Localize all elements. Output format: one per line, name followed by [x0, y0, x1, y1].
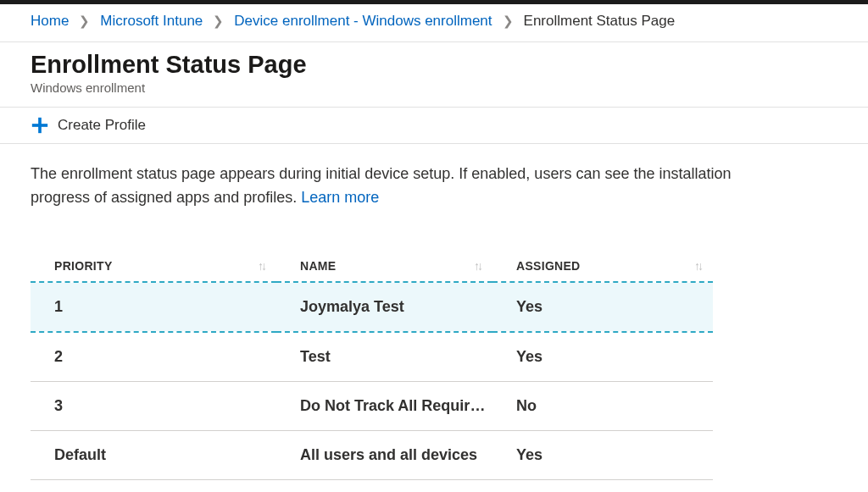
- chevron-right-icon: ❯: [503, 14, 514, 29]
- page-header: Enrollment Status Page Windows enrollmen…: [0, 42, 868, 108]
- sort-icon: ↑↓: [694, 259, 701, 273]
- table-header-row: PRIORITY ↑↓ NAME ↑↓ ASSIGNED ↑↓: [31, 251, 713, 282]
- cell-priority: Default: [31, 430, 276, 479]
- content-area: The enrollment status page appears durin…: [0, 144, 868, 480]
- breadcrumb-home[interactable]: Home: [31, 13, 69, 30]
- col-header-priority[interactable]: PRIORITY ↑↓: [31, 251, 276, 282]
- cell-name: Joymalya Test: [276, 282, 492, 332]
- description-text: The enrollment status page appears durin…: [31, 163, 734, 210]
- breadcrumb-current: Enrollment Status Page: [524, 13, 676, 30]
- col-header-priority-label: PRIORITY: [54, 259, 113, 273]
- table-body: 1Joymalya TestYes2TestYes3Do Not Track A…: [31, 282, 713, 480]
- create-profile-button[interactable]: Create Profile: [31, 116, 146, 135]
- page-title: Enrollment Status Page: [31, 51, 837, 79]
- cell-priority: 3: [31, 381, 276, 430]
- table-row[interactable]: 2TestYes: [31, 332, 713, 382]
- cell-assigned: Yes: [492, 332, 713, 382]
- cell-assigned: Yes: [492, 430, 713, 479]
- profiles-table: PRIORITY ↑↓ NAME ↑↓ ASSIGNED ↑↓ 1Joymaly…: [31, 251, 713, 480]
- learn-more-link[interactable]: Learn more: [301, 189, 379, 206]
- svg-rect-1: [32, 124, 47, 127]
- description-body: The enrollment status page appears durin…: [31, 165, 732, 206]
- cell-priority: 2: [31, 332, 276, 382]
- cell-assigned: No: [492, 381, 713, 430]
- profiles-table-wrap: PRIORITY ↑↓ NAME ↑↓ ASSIGNED ↑↓ 1Joymaly…: [31, 251, 713, 480]
- col-header-assigned-label: ASSIGNED: [516, 259, 581, 273]
- chevron-right-icon: ❯: [213, 14, 224, 29]
- toolbar: Create Profile: [0, 108, 868, 144]
- breadcrumb-intune[interactable]: Microsoft Intune: [100, 13, 203, 30]
- breadcrumb: Home ❯ Microsoft Intune ❯ Device enrollm…: [0, 4, 868, 42]
- sort-icon: ↑↓: [474, 259, 481, 273]
- cell-priority: 1: [31, 282, 276, 332]
- cell-name: All users and all devices: [276, 430, 492, 479]
- chevron-right-icon: ❯: [79, 14, 90, 29]
- cell-name: Do Not Track All Require…: [276, 381, 492, 430]
- col-header-name[interactable]: NAME ↑↓: [276, 251, 492, 282]
- cell-assigned: Yes: [492, 282, 713, 332]
- page-subtitle: Windows enrollment: [31, 80, 837, 95]
- cell-name: Test: [276, 332, 492, 382]
- plus-icon: [31, 116, 49, 135]
- table-row[interactable]: DefaultAll users and all devicesYes: [31, 430, 713, 479]
- create-profile-label: Create Profile: [58, 117, 146, 134]
- col-header-assigned[interactable]: ASSIGNED ↑↓: [492, 251, 713, 282]
- col-header-name-label: NAME: [300, 259, 336, 273]
- sort-icon: ↑↓: [258, 259, 264, 273]
- table-row[interactable]: 1Joymalya TestYes: [31, 282, 713, 332]
- table-row[interactable]: 3Do Not Track All Require…No: [31, 381, 713, 430]
- breadcrumb-enrollment[interactable]: Device enrollment - Windows enrollment: [234, 13, 492, 30]
